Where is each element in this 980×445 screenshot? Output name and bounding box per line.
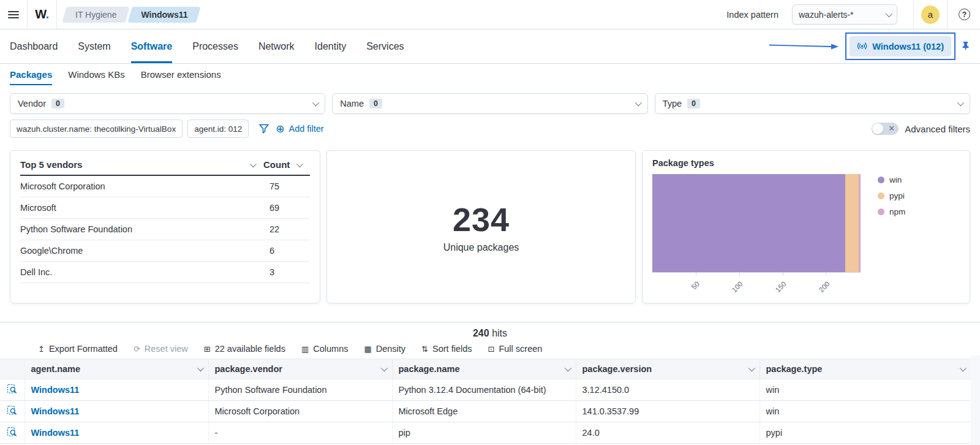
legend-item-npm[interactable]: npm bbox=[878, 207, 905, 216]
expand-row-button[interactable] bbox=[0, 379, 24, 401]
advanced-filters-toggle[interactable]: ✕ bbox=[872, 123, 899, 135]
inspect-document-icon bbox=[7, 427, 17, 437]
toolbar-columns[interactable]: ▥Columns bbox=[301, 344, 349, 354]
sort-chevron-icon[interactable] bbox=[296, 160, 303, 167]
plus-circle-icon: ⊕ bbox=[276, 124, 284, 134]
column-header-package-type[interactable]: package.type bbox=[760, 359, 971, 379]
tab-software[interactable]: Software bbox=[131, 29, 173, 63]
chevron-down-icon[interactable] bbox=[748, 365, 755, 371]
cell-agent-name[interactable]: Windows11 bbox=[24, 379, 208, 401]
chevron-down-icon[interactable] bbox=[959, 365, 966, 371]
vendor-name: Microsoft bbox=[20, 203, 270, 213]
column-header-package-version[interactable]: package.version bbox=[576, 359, 760, 379]
columns-icon: ▥ bbox=[301, 344, 309, 354]
vendor-row: Microsoft Corporation75 bbox=[20, 176, 310, 197]
chevron-down-icon[interactable] bbox=[197, 365, 203, 371]
divider bbox=[913, 0, 914, 29]
tab-dashboard[interactable]: Dashboard bbox=[10, 29, 58, 63]
top-header: W. IT Hygiene Windows11 Index pattern wa… bbox=[0, 0, 980, 29]
selected-count-badge: 0 bbox=[369, 99, 382, 108]
filter-selects: Vendor0Name0Type0 bbox=[10, 93, 970, 114]
module-nav: DashboardSystemSoftwareProcessesNetworkI… bbox=[0, 29, 980, 64]
subtab-packages[interactable]: Packages bbox=[10, 69, 52, 85]
vendor-name: Microsoft Corporation bbox=[20, 181, 270, 191]
cell-package-vendor: Microsoft Corporation bbox=[208, 401, 392, 422]
cell-agent-name[interactable]: Windows11 bbox=[24, 422, 208, 444]
filter-pill[interactable]: agent.id: 012 bbox=[187, 120, 249, 138]
toolbar-label: 22 available fields bbox=[215, 344, 285, 354]
toolbar-label: Density bbox=[376, 344, 405, 354]
tab-services[interactable]: Services bbox=[366, 29, 404, 63]
filter-select-type[interactable]: Type0 bbox=[655, 93, 970, 114]
toolbar-sort-fields[interactable]: ⇅Sort fields bbox=[421, 344, 472, 354]
toolbar-label: Reset view bbox=[145, 344, 188, 354]
tab-identity[interactable]: Identity bbox=[315, 29, 347, 63]
expand-row-button[interactable] bbox=[0, 422, 24, 444]
packages-table: agent.namepackage.vendorpackage.namepack… bbox=[0, 359, 971, 444]
column-title: package.type bbox=[766, 364, 823, 374]
tab-network[interactable]: Network bbox=[258, 29, 295, 63]
chevron-down-icon bbox=[312, 99, 319, 106]
toolbar-label: Export Formatted bbox=[49, 344, 118, 354]
toolbar-full-screen[interactable]: ⊡Full screen bbox=[488, 344, 543, 354]
column-title: package.version bbox=[582, 364, 652, 374]
add-filter-button[interactable]: ⊕ Add filter bbox=[276, 124, 323, 134]
wazuh-it-hygiene-page: W. IT Hygiene Windows11 Index pattern wa… bbox=[0, 0, 980, 445]
expand-row-button[interactable] bbox=[0, 401, 24, 422]
column-header-agent-name[interactable]: agent.name bbox=[24, 359, 208, 379]
wazuh-logo[interactable]: W. bbox=[28, 0, 57, 29]
index-pattern-label: Index pattern bbox=[726, 10, 778, 20]
software-subtabs: PackagesWindows KBsBrowser extensions bbox=[0, 64, 980, 89]
chevron-down-icon[interactable] bbox=[564, 365, 571, 371]
table-right-gutter bbox=[971, 356, 980, 445]
package-types-card: Package types 50100150200 winpypinpm bbox=[642, 150, 970, 303]
cell-agent-name[interactable]: Windows11 bbox=[24, 401, 208, 422]
legend-item-win[interactable]: win bbox=[878, 175, 905, 184]
toolbar-export-formatted[interactable]: ↥Export Formatted bbox=[38, 344, 118, 354]
column-header-package-name[interactable]: package.name bbox=[392, 359, 576, 379]
subtab-windows-kbs[interactable]: Windows KBs bbox=[68, 69, 125, 85]
pin-agent-button[interactable] bbox=[961, 41, 970, 51]
package-types-title: Package types bbox=[652, 158, 960, 168]
cell-package-version: 24.0 bbox=[576, 422, 760, 444]
chart-legend: winpypinpm bbox=[878, 174, 905, 296]
legend-item-pypi[interactable]: pypi bbox=[878, 191, 905, 200]
breadcrumb-windows11[interactable]: Windows11 bbox=[130, 7, 198, 23]
count-column-header: Count bbox=[263, 159, 295, 170]
package-types-chart: 50100150200 bbox=[652, 174, 861, 296]
legend-label: pypi bbox=[889, 191, 905, 200]
index-pattern-select[interactable]: wazuh-alerts-* bbox=[792, 4, 897, 25]
tab-system[interactable]: System bbox=[78, 29, 110, 63]
subtab-browser-extensions[interactable]: Browser extensions bbox=[141, 69, 221, 85]
cell-package-vendor: - bbox=[208, 422, 392, 444]
selected-count-badge: 0 bbox=[687, 99, 700, 108]
filter-funnel-button[interactable] bbox=[258, 123, 270, 134]
filter-select-label: Name bbox=[340, 99, 364, 108]
sort-chevron-icon[interactable] bbox=[250, 160, 257, 167]
table-row: Windows11Python Software FoundationPytho… bbox=[0, 379, 971, 401]
chevron-down-icon bbox=[635, 99, 641, 106]
bar-segment-pypi[interactable] bbox=[845, 174, 859, 272]
toolbar-22-available-fields[interactable]: ⊞22 available fields bbox=[204, 344, 285, 354]
cell-package-type: pypi bbox=[760, 422, 971, 444]
legend-label: win bbox=[889, 175, 902, 184]
breadcrumb-it-hygiene[interactable]: IT Hygiene bbox=[64, 7, 127, 23]
filter-select-name[interactable]: Name0 bbox=[332, 93, 647, 114]
results-section: 240 hits ↥Export Formatted⟳Reset view⊞22… bbox=[0, 322, 980, 444]
toolbar-label: Sort fields bbox=[432, 344, 472, 354]
chevron-down-icon[interactable] bbox=[380, 365, 387, 371]
filter-pill[interactable]: wazuh.cluster.name: thecotilking-Virtual… bbox=[10, 120, 183, 138]
tab-processes[interactable]: Processes bbox=[192, 29, 238, 63]
bar-segment-npm[interactable] bbox=[859, 174, 861, 272]
selected-agent-button[interactable]: Windows11 (012) bbox=[850, 36, 951, 56]
toolbar-density[interactable]: ▦Density bbox=[364, 344, 405, 354]
help-icon[interactable]: ? bbox=[959, 9, 970, 20]
column-title: package.vendor bbox=[215, 364, 282, 374]
toolbar-label: Full screen bbox=[499, 344, 542, 354]
user-avatar[interactable]: a bbox=[921, 6, 940, 24]
bar-segment-win[interactable] bbox=[652, 174, 845, 272]
column-header-package-vendor[interactable]: package.vendor bbox=[208, 359, 392, 379]
filter-select-vendor[interactable]: Vendor0 bbox=[10, 93, 325, 114]
menu-button[interactable] bbox=[0, 0, 28, 29]
toolbar-label: Columns bbox=[313, 344, 348, 354]
